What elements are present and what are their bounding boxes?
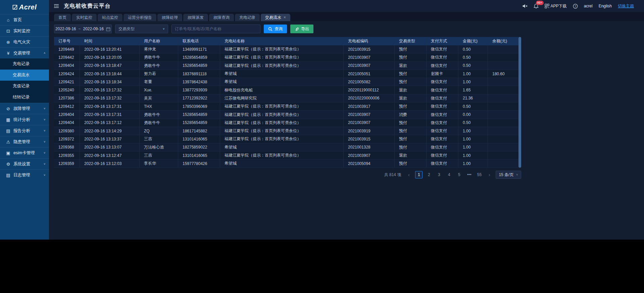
table-cell: 1205240 xyxy=(54,86,80,94)
page-number[interactable]: 3 xyxy=(435,171,443,178)
query-button-label: 查询 xyxy=(275,26,283,32)
export-button[interactable]: 导出 xyxy=(290,25,313,33)
sidebar-item-label: 交易管理 xyxy=(13,50,43,56)
notification-bell-icon[interactable]: 99+ xyxy=(534,4,539,9)
date-range-picker[interactable]: 2022-09-16 ~ 2022-09-16 xyxy=(54,25,112,33)
page-number[interactable]: 1 xyxy=(415,171,423,178)
sidebar-item[interactable]: ⊡实时监控 xyxy=(0,25,49,36)
language-switch[interactable]: English xyxy=(599,4,612,8)
table-cell: 希望城 xyxy=(220,78,344,86)
close-icon[interactable]: × xyxy=(284,15,286,20)
chevron-down-icon: ∨ xyxy=(516,173,518,176)
mute-icon[interactable] xyxy=(522,4,528,8)
table-cell: 15285654859 xyxy=(178,62,220,70)
table-row: 12052402022-09-16 13:17:32Xue.1387729393… xyxy=(54,86,518,94)
sidebar-subitem[interactable]: 充电记录 xyxy=(0,58,49,70)
transactions-table: 订单号时间用户名称联系电话充电站名称充电桩编码交易类型支付方式金额(元)余额(元… xyxy=(54,37,521,168)
table-cell: 希望城 xyxy=(220,70,344,78)
menu-fold-icon[interactable] xyxy=(54,4,59,8)
table-cell: 2021005051 xyxy=(344,70,395,78)
table-cell: 福建江夏学院（提示：首页列表可查余位） xyxy=(220,111,344,118)
report-icon: ▤ xyxy=(5,128,11,133)
transaction-type-placeholder: 交易类型 xyxy=(118,26,135,32)
table-cell xyxy=(488,102,518,110)
table-cell: 吴宾 xyxy=(140,94,178,102)
sidebar-item[interactable]: ▤报告分析∨ xyxy=(0,125,49,136)
app-download-button[interactable]: APP下载 xyxy=(545,3,567,9)
table-cell: 2022-09-16 13:18:34 xyxy=(80,78,140,86)
tab[interactable]: 交易流水× xyxy=(261,14,290,21)
table-header-cell: 支付方式 xyxy=(427,37,458,45)
home-icon: ⌂ xyxy=(5,17,11,23)
sidebar-item[interactable]: ⊗电气火灾 xyxy=(0,36,49,47)
table-cell: 13489991171 xyxy=(178,45,220,53)
tab-label: 故障派发 xyxy=(188,15,204,20)
sidebar-item[interactable]: ⊘故障管理∨ xyxy=(0,103,49,114)
sidebar-item[interactable]: ⚙系统设置∨ xyxy=(0,158,49,169)
table-row: 12094212022-09-16 13:18:34老董13978642438希… xyxy=(54,78,518,86)
sidebar-item[interactable]: ⚠隐患管理∨ xyxy=(0,136,49,147)
search-field xyxy=(171,25,260,33)
svg-text:?: ? xyxy=(575,4,576,8)
table-cell: 江苏微电网研究院 xyxy=(220,94,344,102)
content: 2022-09-16 ~ 2022-09-16 交易类型 ∨ xyxy=(49,21,644,240)
settings-icon: ⚙ xyxy=(5,162,11,167)
theme-switch-link[interactable]: 切换主题 xyxy=(618,3,634,9)
sidebar-item[interactable]: ▤日志管理∨ xyxy=(0,169,49,180)
sidebar-item[interactable]: ⌂首页 xyxy=(0,14,49,25)
tab[interactable]: 故障派发 xyxy=(183,14,208,21)
tab[interactable]: 故障查询 xyxy=(209,14,234,21)
search-input[interactable] xyxy=(172,27,260,31)
stats-icon: ▦ xyxy=(5,117,11,122)
tab[interactable]: 首页 xyxy=(54,14,71,21)
sidebar-item[interactable]: ▣esim卡管理∨ xyxy=(0,147,49,158)
table-cell: 希望城 xyxy=(220,143,344,151)
chevron-up-icon: ∧ xyxy=(43,52,46,54)
table-cell: THX xyxy=(140,102,178,110)
sidebar-item[interactable]: ¥交易管理∧ xyxy=(0,47,49,58)
table-cell: 预付 xyxy=(395,160,427,167)
query-button[interactable]: 查询 xyxy=(264,25,287,33)
table-row: 12093552022-09-16 13:12:47三吉13101416065福… xyxy=(54,152,518,160)
page-number[interactable]: 2 xyxy=(425,171,433,178)
transaction-type-select[interactable]: 交易类型 ∨ xyxy=(115,25,168,33)
username[interactable]: acrel xyxy=(584,4,593,8)
page-size-select[interactable]: 15 条/页 ∨ xyxy=(496,171,521,179)
table-cell: 微信支付 xyxy=(427,127,458,135)
page-size-value: 15 条/页 xyxy=(499,172,513,178)
table-cell xyxy=(488,86,518,94)
table-cell: 2022-09-16 13:17:32 xyxy=(80,86,140,94)
acrel-logo-icon xyxy=(12,5,17,10)
table-cell: 退款 xyxy=(395,62,427,70)
table-cell: 2022-09-16 13:17:12 xyxy=(80,119,140,127)
prev-page-icon[interactable]: ‹ xyxy=(405,171,412,178)
help-icon[interactable]: ? xyxy=(573,4,578,9)
page-number[interactable]: 55 xyxy=(476,171,483,178)
tab[interactable]: 故障处理 xyxy=(157,14,182,21)
tab[interactable]: 充电记录 xyxy=(235,14,260,21)
table-scrollbar[interactable] xyxy=(518,37,521,168)
table-cell: 射频卡 xyxy=(427,70,458,78)
table-cell: 1.65 xyxy=(458,86,488,94)
table-cell: 0.50 xyxy=(458,119,488,127)
table-cell: 1209404 xyxy=(54,62,80,70)
sidebar-item[interactable]: ▦统计分析∨ xyxy=(0,114,49,125)
sidebar-subitem[interactable]: 充值记录 xyxy=(0,81,49,92)
page-number[interactable]: 5 xyxy=(455,171,463,178)
table-cell: 2021003915 xyxy=(344,45,395,53)
page-ellipsis[interactable]: ••• xyxy=(465,171,473,178)
table-cell: 17712392922 xyxy=(178,94,220,102)
page-number[interactable]: 4 xyxy=(445,171,453,178)
next-page-icon[interactable]: › xyxy=(486,171,493,178)
sidebar-item-label: 首页 xyxy=(13,17,46,23)
tab[interactable]: 实时监控 xyxy=(72,14,97,21)
sidebar-subitem[interactable]: 结转记录 xyxy=(0,92,49,103)
topbar: 充电桩收费云平台 99+ xyxy=(49,0,644,12)
sidebar-subitem[interactable]: 交易流水 xyxy=(0,70,49,81)
tab[interactable]: 运营分析报告 xyxy=(123,14,156,21)
table-cell: ZQ xyxy=(140,127,178,135)
table-cell: 2022-09-16 13:17:31 xyxy=(80,111,140,118)
tab[interactable]: 站点监控 xyxy=(98,14,122,21)
table-cell: 勇敢牛牛 xyxy=(140,111,178,118)
page-numbers: 12345•••55 xyxy=(415,171,483,178)
